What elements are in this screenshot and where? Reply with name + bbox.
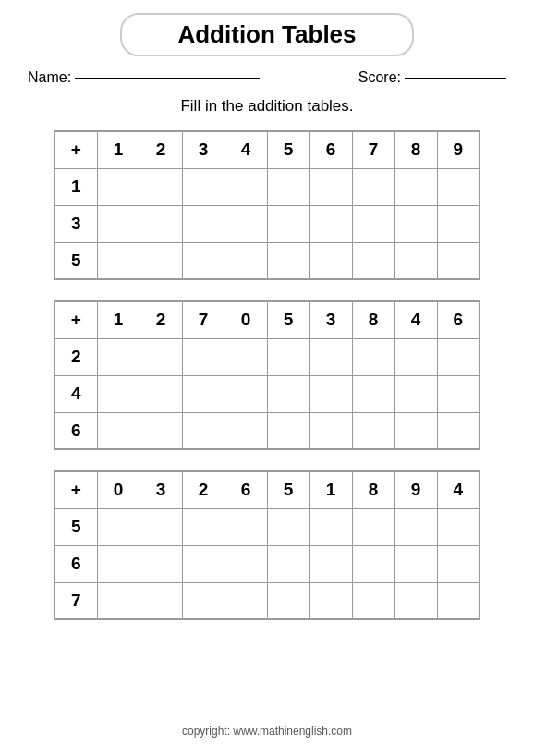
answer-cell[interactable] — [267, 375, 309, 412]
table-row: 3 — [55, 205, 479, 242]
answer-cell[interactable] — [97, 508, 140, 545]
answer-cell[interactable] — [352, 582, 394, 619]
answer-cell[interactable] — [352, 168, 394, 205]
answer-cell[interactable] — [437, 375, 479, 412]
row-header-2: 5 — [55, 242, 97, 279]
score-underline[interactable] — [405, 78, 506, 79]
answer-cell[interactable] — [182, 338, 225, 375]
answer-cell[interactable] — [140, 508, 182, 545]
answer-cell[interactable] — [267, 508, 309, 545]
answer-cell[interactable] — [394, 168, 437, 205]
answer-cell[interactable] — [182, 412, 225, 449]
col-header-6: 8 — [352, 301, 394, 338]
answer-cell[interactable] — [97, 242, 140, 279]
answer-cell[interactable] — [267, 205, 309, 242]
answer-cell[interactable] — [225, 242, 267, 279]
answer-cell[interactable] — [437, 205, 479, 242]
answer-cell[interactable] — [225, 375, 267, 412]
answer-cell[interactable] — [182, 205, 225, 242]
answer-cell[interactable] — [352, 412, 394, 449]
answer-cell[interactable] — [140, 205, 182, 242]
col-header-6: 8 — [352, 471, 394, 508]
table-section-1: +123456789135 — [18, 130, 516, 280]
answer-cell[interactable] — [309, 412, 352, 449]
table-section-3: +032651894567 — [18, 470, 516, 620]
col-header-0: 1 — [97, 301, 140, 338]
answer-cell[interactable] — [267, 545, 309, 582]
col-header-3: 6 — [225, 471, 267, 508]
answer-cell[interactable] — [182, 545, 225, 582]
table-row: 6 — [55, 545, 479, 582]
answer-cell[interactable] — [225, 338, 267, 375]
answer-cell[interactable] — [140, 582, 182, 619]
answer-cell[interactable] — [140, 545, 182, 582]
answer-cell[interactable] — [394, 375, 437, 412]
answer-cell[interactable] — [437, 545, 479, 582]
answer-cell[interactable] — [309, 338, 352, 375]
answer-cell[interactable] — [394, 338, 437, 375]
answer-cell[interactable] — [140, 168, 182, 205]
answer-cell[interactable] — [394, 508, 437, 545]
answer-cell[interactable] — [140, 375, 182, 412]
answer-cell[interactable] — [97, 582, 140, 619]
answer-cell[interactable] — [225, 412, 267, 449]
answer-cell[interactable] — [394, 582, 437, 619]
answer-cell[interactable] — [225, 168, 267, 205]
plus-symbol: + — [55, 471, 97, 508]
answer-cell[interactable] — [352, 375, 394, 412]
answer-cell[interactable] — [140, 242, 182, 279]
answer-cell[interactable] — [267, 338, 309, 375]
answer-cell[interactable] — [309, 508, 352, 545]
answer-cell[interactable] — [182, 582, 225, 619]
answer-cell[interactable] — [97, 375, 140, 412]
answer-cell[interactable] — [352, 242, 394, 279]
col-header-8: 6 — [437, 301, 479, 338]
answer-cell[interactable] — [97, 412, 140, 449]
answer-cell[interactable] — [437, 168, 479, 205]
answer-cell[interactable] — [394, 545, 437, 582]
answer-cell[interactable] — [394, 242, 437, 279]
answer-cell[interactable] — [437, 338, 479, 375]
answer-cell[interactable] — [309, 545, 352, 582]
answer-cell[interactable] — [352, 545, 394, 582]
answer-cell[interactable] — [182, 375, 225, 412]
answer-cell[interactable] — [140, 338, 182, 375]
answer-cell[interactable] — [225, 508, 267, 545]
col-header-6: 7 — [352, 131, 394, 168]
answer-cell[interactable] — [309, 242, 352, 279]
answer-cell[interactable] — [309, 375, 352, 412]
score-field: Score: — [358, 69, 506, 86]
answer-cell[interactable] — [225, 205, 267, 242]
col-header-1: 2 — [140, 301, 182, 338]
answer-cell[interactable] — [394, 412, 437, 449]
answer-cell[interactable] — [182, 168, 225, 205]
name-underline[interactable] — [75, 78, 260, 79]
answer-cell[interactable] — [267, 582, 309, 619]
col-header-2: 2 — [182, 471, 225, 508]
instruction-text: Fill in the addition tables. — [180, 97, 353, 116]
answer-cell[interactable] — [437, 412, 479, 449]
answer-cell[interactable] — [437, 508, 479, 545]
answer-cell[interactable] — [309, 582, 352, 619]
answer-cell[interactable] — [97, 205, 140, 242]
answer-cell[interactable] — [97, 545, 140, 582]
answer-cell[interactable] — [97, 338, 140, 375]
answer-cell[interactable] — [140, 412, 182, 449]
answer-cell[interactable] — [225, 545, 267, 582]
answer-cell[interactable] — [267, 412, 309, 449]
page-title: Addition Tables — [177, 20, 356, 48]
answer-cell[interactable] — [352, 205, 394, 242]
answer-cell[interactable] — [437, 582, 479, 619]
answer-cell[interactable] — [97, 168, 140, 205]
answer-cell[interactable] — [225, 582, 267, 619]
answer-cell[interactable] — [352, 338, 394, 375]
answer-cell[interactable] — [267, 168, 309, 205]
answer-cell[interactable] — [352, 508, 394, 545]
answer-cell[interactable] — [182, 508, 225, 545]
answer-cell[interactable] — [437, 242, 479, 279]
answer-cell[interactable] — [394, 205, 437, 242]
answer-cell[interactable] — [309, 205, 352, 242]
answer-cell[interactable] — [267, 242, 309, 279]
answer-cell[interactable] — [182, 242, 225, 279]
answer-cell[interactable] — [309, 168, 352, 205]
